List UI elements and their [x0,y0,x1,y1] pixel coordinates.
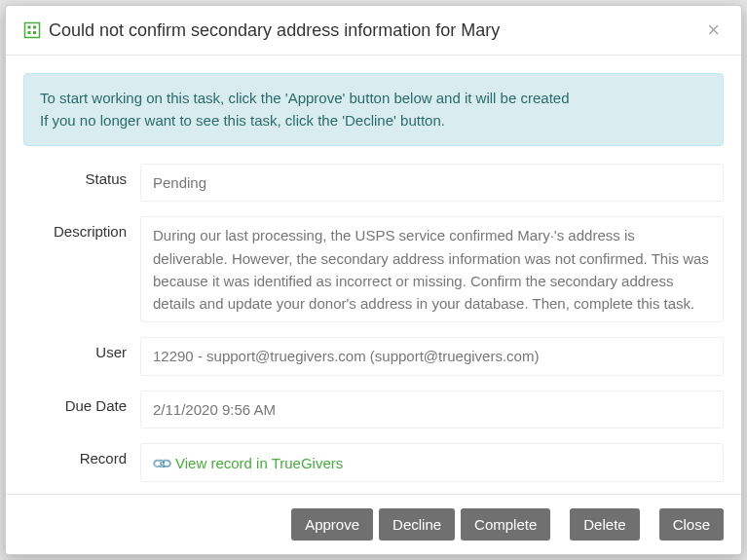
task-detail-modal: Could not confirm secondary address info… [5,5,742,555]
close-icon[interactable]: × [703,19,724,41]
label-user: User [23,337,140,360]
label-record: Record [23,443,140,467]
decline-button[interactable]: Decline [379,508,455,541]
value-record: 🔗 View record in TrueGivers [140,443,724,482]
task-icon [23,21,41,39]
label-status: Status [23,164,140,187]
svg-rect-1 [28,26,31,29]
label-due-date: Due Date [23,391,140,414]
value-due-date: 2/11/2020 9:56 AM [140,391,724,429]
field-record: Record 🔗 View record in TrueGivers [23,443,724,482]
modal-title: Could not confirm secondary address info… [49,20,703,41]
instruction-alert: To start working on this task, click the… [23,73,724,146]
field-description: Description During our last processing, … [23,216,724,322]
svg-rect-2 [33,26,36,29]
alert-line-2: If you no longer want to see this task, … [40,110,707,132]
complete-button[interactable]: Complete [461,508,550,541]
field-status: Status Pending [23,164,724,202]
view-record-link-text: View record in TrueGivers [175,452,343,474]
value-status: Pending [140,164,724,202]
field-due-date: Due Date 2/11/2020 9:56 AM [23,391,724,429]
modal-header: Could not confirm secondary address info… [6,6,741,56]
field-user: User 12290 - support@truegivers.com (sup… [23,337,724,375]
view-record-link[interactable]: 🔗 View record in TrueGivers [153,452,343,474]
alert-line-1: To start working on this task, click the… [40,88,707,110]
label-description: Description [23,216,140,240]
delete-button[interactable]: Delete [570,508,639,541]
value-description: During our last processing, the USPS ser… [140,216,724,322]
footer-spacer [646,508,654,541]
link-icon: 🔗 [148,450,174,476]
modal-body: To start working on this task, click the… [6,56,741,494]
svg-rect-0 [25,23,40,38]
value-user: 12290 - support@truegivers.com (support@… [140,337,724,375]
svg-rect-3 [28,31,31,34]
modal-footer: Approve Decline Complete Delete Close [6,494,741,554]
close-button[interactable]: Close [659,508,724,541]
footer-spacer [556,508,564,541]
approve-button[interactable]: Approve [291,508,373,541]
svg-rect-4 [33,31,36,34]
